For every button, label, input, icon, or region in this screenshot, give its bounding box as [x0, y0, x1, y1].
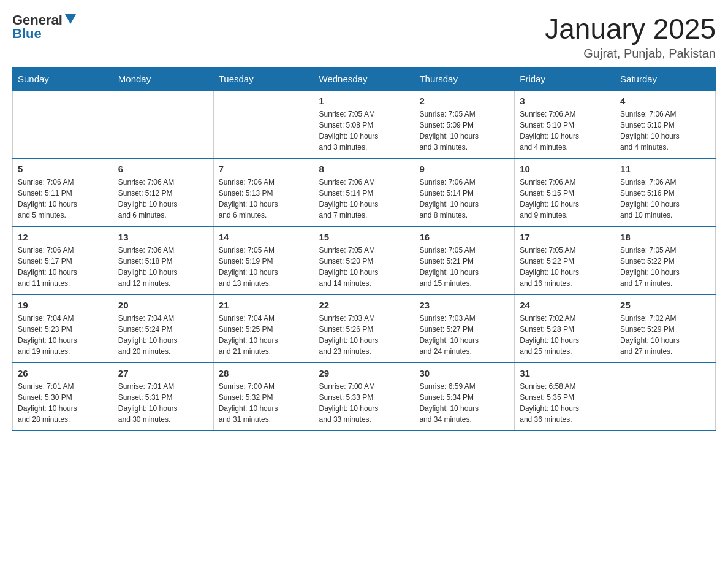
day-number: 22: [319, 300, 409, 310]
calendar-cell: 14Sunrise: 7:05 AM Sunset: 5:19 PM Dayli…: [213, 226, 314, 294]
calendar-table: SundayMondayTuesdayWednesdayThursdayFrid…: [12, 67, 716, 431]
day-number: 10: [520, 164, 610, 174]
day-info: Sunrise: 7:06 AM Sunset: 5:10 PM Dayligh…: [620, 109, 710, 153]
calendar-cell: 13Sunrise: 7:06 AM Sunset: 5:18 PM Dayli…: [113, 226, 213, 294]
calendar-cell: 27Sunrise: 7:01 AM Sunset: 5:31 PM Dayli…: [113, 362, 213, 431]
calendar-cell: 5Sunrise: 7:06 AM Sunset: 5:11 PM Daylig…: [13, 158, 113, 226]
day-number: 6: [118, 164, 208, 174]
day-info: Sunrise: 7:03 AM Sunset: 5:26 PM Dayligh…: [319, 313, 409, 357]
calendar-cell: 4Sunrise: 7:06 AM Sunset: 5:10 PM Daylig…: [615, 91, 716, 159]
day-info: Sunrise: 7:05 AM Sunset: 5:21 PM Dayligh…: [419, 245, 509, 289]
day-info: Sunrise: 7:01 AM Sunset: 5:31 PM Dayligh…: [118, 381, 208, 425]
day-info: Sunrise: 7:06 AM Sunset: 5:13 PM Dayligh…: [219, 177, 309, 221]
day-number: 12: [18, 232, 108, 242]
day-number: 3: [520, 96, 610, 106]
calendar-cell: 3Sunrise: 7:06 AM Sunset: 5:10 PM Daylig…: [515, 91, 615, 159]
day-number: 5: [18, 164, 108, 174]
calendar-cell: 6Sunrise: 7:06 AM Sunset: 5:12 PM Daylig…: [113, 158, 213, 226]
calendar-cell: 19Sunrise: 7:04 AM Sunset: 5:23 PM Dayli…: [13, 294, 113, 362]
day-number: 9: [419, 164, 509, 174]
day-info: Sunrise: 7:06 AM Sunset: 5:11 PM Dayligh…: [18, 177, 108, 221]
day-info: Sunrise: 7:04 AM Sunset: 5:24 PM Dayligh…: [118, 313, 208, 357]
day-number: 7: [219, 164, 309, 174]
day-number: 13: [118, 232, 208, 242]
calendar-cell: 12Sunrise: 7:06 AM Sunset: 5:17 PM Dayli…: [13, 226, 113, 294]
day-number: 28: [219, 368, 309, 378]
day-number: 31: [520, 368, 610, 378]
calendar-cell: 18Sunrise: 7:05 AM Sunset: 5:22 PM Dayli…: [615, 226, 716, 294]
day-info: Sunrise: 7:06 AM Sunset: 5:16 PM Dayligh…: [620, 177, 710, 221]
calendar-cell: [615, 362, 716, 431]
day-info: Sunrise: 7:06 AM Sunset: 5:14 PM Dayligh…: [319, 177, 409, 221]
day-number: 15: [319, 232, 409, 242]
day-number: 17: [520, 232, 610, 242]
day-info: Sunrise: 6:58 AM Sunset: 5:35 PM Dayligh…: [520, 381, 610, 425]
day-number: 19: [18, 300, 108, 310]
week-row-4: 19Sunrise: 7:04 AM Sunset: 5:23 PM Dayli…: [13, 294, 716, 362]
header-day-tuesday: Tuesday: [213, 67, 314, 91]
calendar-cell: 22Sunrise: 7:03 AM Sunset: 5:26 PM Dayli…: [314, 294, 414, 362]
calendar-cell: [113, 91, 213, 159]
day-info: Sunrise: 7:00 AM Sunset: 5:33 PM Dayligh…: [319, 381, 409, 425]
title-block: January 2025 Gujrat, Punjab, Pakistan: [545, 12, 716, 61]
page-header: General Blue January 2025 Gujrat, Punjab…: [12, 12, 716, 61]
day-number: 27: [118, 368, 208, 378]
calendar-cell: 17Sunrise: 7:05 AM Sunset: 5:22 PM Dayli…: [515, 226, 615, 294]
day-number: 4: [620, 96, 710, 106]
calendar-cell: 25Sunrise: 7:02 AM Sunset: 5:29 PM Dayli…: [615, 294, 716, 362]
day-info: Sunrise: 7:06 AM Sunset: 5:12 PM Dayligh…: [118, 177, 208, 221]
day-number: 14: [219, 232, 309, 242]
day-info: Sunrise: 7:00 AM Sunset: 5:32 PM Dayligh…: [219, 381, 309, 425]
day-info: Sunrise: 7:05 AM Sunset: 5:20 PM Dayligh…: [319, 245, 409, 289]
day-number: 26: [18, 368, 108, 378]
day-info: Sunrise: 7:05 AM Sunset: 5:19 PM Dayligh…: [219, 245, 309, 289]
day-info: Sunrise: 7:02 AM Sunset: 5:28 PM Dayligh…: [520, 313, 610, 357]
calendar-title: January 2025: [545, 12, 716, 45]
header-day-friday: Friday: [515, 67, 615, 91]
calendar-header-row: SundayMondayTuesdayWednesdayThursdayFrid…: [13, 67, 716, 91]
calendar-cell: 31Sunrise: 6:58 AM Sunset: 5:35 PM Dayli…: [515, 362, 615, 431]
day-info: Sunrise: 7:04 AM Sunset: 5:23 PM Dayligh…: [18, 313, 108, 357]
day-number: 29: [319, 368, 409, 378]
calendar-cell: [213, 91, 314, 159]
week-row-5: 26Sunrise: 7:01 AM Sunset: 5:30 PM Dayli…: [13, 362, 716, 431]
day-info: Sunrise: 7:05 AM Sunset: 5:08 PM Dayligh…: [319, 109, 409, 153]
day-number: 18: [620, 232, 710, 242]
day-info: Sunrise: 7:05 AM Sunset: 5:09 PM Dayligh…: [419, 109, 509, 153]
day-info: Sunrise: 7:06 AM Sunset: 5:17 PM Dayligh…: [18, 245, 108, 289]
day-info: Sunrise: 7:05 AM Sunset: 5:22 PM Dayligh…: [520, 245, 610, 289]
header-day-sunday: Sunday: [13, 67, 113, 91]
calendar-cell: 2Sunrise: 7:05 AM Sunset: 5:09 PM Daylig…: [414, 91, 515, 159]
day-info: Sunrise: 7:02 AM Sunset: 5:29 PM Dayligh…: [620, 313, 710, 357]
calendar-cell: 20Sunrise: 7:04 AM Sunset: 5:24 PM Dayli…: [113, 294, 213, 362]
calendar-cell: 24Sunrise: 7:02 AM Sunset: 5:28 PM Dayli…: [515, 294, 615, 362]
day-info: Sunrise: 7:05 AM Sunset: 5:22 PM Dayligh…: [620, 245, 710, 289]
day-info: Sunrise: 7:04 AM Sunset: 5:25 PM Dayligh…: [219, 313, 309, 357]
calendar-cell: 23Sunrise: 7:03 AM Sunset: 5:27 PM Dayli…: [414, 294, 515, 362]
day-number: 30: [419, 368, 509, 378]
calendar-cell: 15Sunrise: 7:05 AM Sunset: 5:20 PM Dayli…: [314, 226, 414, 294]
header-day-monday: Monday: [113, 67, 213, 91]
day-number: 23: [419, 300, 509, 310]
calendar-cell: 29Sunrise: 7:00 AM Sunset: 5:33 PM Dayli…: [314, 362, 414, 431]
day-info: Sunrise: 7:06 AM Sunset: 5:14 PM Dayligh…: [419, 177, 509, 221]
logo-triangle-icon: [65, 14, 76, 28]
calendar-cell: 16Sunrise: 7:05 AM Sunset: 5:21 PM Dayli…: [414, 226, 515, 294]
day-number: 24: [520, 300, 610, 310]
day-number: 1: [319, 96, 409, 106]
day-info: Sunrise: 7:06 AM Sunset: 5:18 PM Dayligh…: [118, 245, 208, 289]
calendar-cell: 30Sunrise: 6:59 AM Sunset: 5:34 PM Dayli…: [414, 362, 515, 431]
day-info: Sunrise: 7:01 AM Sunset: 5:30 PM Dayligh…: [18, 381, 108, 425]
logo-blue-text: Blue: [12, 26, 42, 42]
day-info: Sunrise: 6:59 AM Sunset: 5:34 PM Dayligh…: [419, 381, 509, 425]
header-day-thursday: Thursday: [414, 67, 515, 91]
day-number: 8: [319, 164, 409, 174]
calendar-cell: 7Sunrise: 7:06 AM Sunset: 5:13 PM Daylig…: [213, 158, 314, 226]
day-info: Sunrise: 7:06 AM Sunset: 5:10 PM Dayligh…: [520, 109, 610, 153]
calendar-subtitle: Gujrat, Punjab, Pakistan: [545, 47, 716, 61]
header-day-wednesday: Wednesday: [314, 67, 414, 91]
calendar-cell: 11Sunrise: 7:06 AM Sunset: 5:16 PM Dayli…: [615, 158, 716, 226]
day-number: 20: [118, 300, 208, 310]
calendar-cell: 9Sunrise: 7:06 AM Sunset: 5:14 PM Daylig…: [414, 158, 515, 226]
week-row-2: 5Sunrise: 7:06 AM Sunset: 5:11 PM Daylig…: [13, 158, 716, 226]
